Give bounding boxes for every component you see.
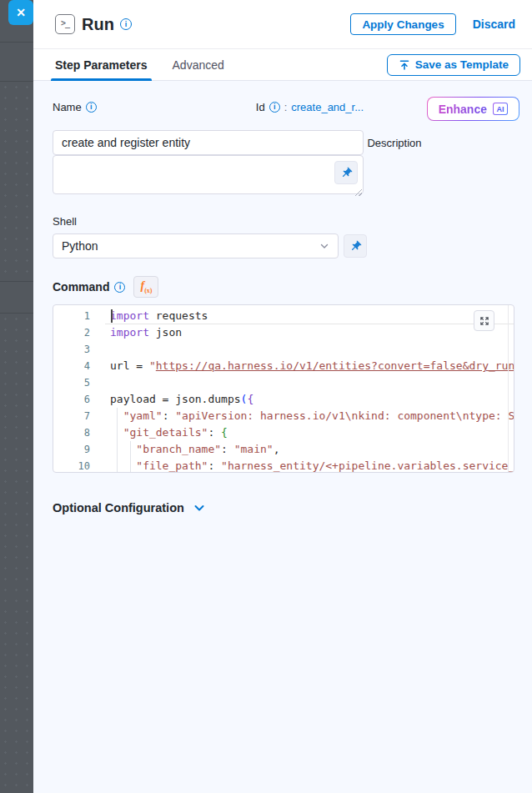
- drawer-header: >_ Run i Apply Changes Discard: [33, 0, 532, 49]
- line-number: 2: [53, 324, 105, 341]
- expression-fx-button[interactable]: f(x): [133, 276, 158, 298]
- discard-button[interactable]: Discard: [473, 18, 515, 31]
- tab-bar: Step Parameters Advanced Save as Templat…: [33, 49, 532, 81]
- canvas-dot-grid: [0, 314, 33, 793]
- chevron-down-icon: [193, 501, 206, 514]
- line-number: 3: [53, 341, 105, 358]
- code-line[interactable]: url = "https://qa.harness.io/v1/entities…: [105, 358, 514, 374]
- indent-guide: [130, 441, 131, 473]
- code-line[interactable]: [105, 341, 514, 358]
- expand-editor-button[interactable]: [474, 310, 494, 331]
- name-label-group: Name i: [53, 101, 97, 113]
- editor-scrollbar[interactable]: [508, 305, 509, 472]
- expand-icon: [479, 315, 490, 327]
- fx-icon: f(x): [140, 280, 152, 294]
- tab-step-parameters[interactable]: Step Parameters: [55, 49, 148, 81]
- line-number: 9: [53, 441, 105, 458]
- shell-label: Shell: [53, 215, 77, 228]
- code-line[interactable]: "yaml": "apiVersion: harness.io/v1\nkind…: [105, 408, 514, 424]
- step-parameters-panel: Enhance AI Name i Id i : create_and_r...…: [33, 81, 532, 793]
- canvas-divider: [0, 42, 33, 43]
- pin-runtime-input-button[interactable]: [344, 234, 367, 258]
- canvas-divider: [0, 281, 33, 282]
- name-id-row: Name i Id i : create_and_r...: [53, 101, 364, 113]
- command-code-editor[interactable]: 12345678910 import requestsimport jsonur…: [53, 304, 514, 473]
- info-icon[interactable]: i: [120, 18, 132, 30]
- name-input[interactable]: [53, 130, 364, 155]
- enhance-ai-button[interactable]: Enhance AI: [427, 97, 519, 121]
- canvas-dot-grid: [0, 82, 33, 281]
- step-config-screen: ✕ >_ Run i Apply Changes Discard Step Pa…: [0, 0, 532, 793]
- apply-changes-button[interactable]: Apply Changes: [350, 13, 455, 35]
- upload-template-icon: [399, 59, 410, 71]
- run-step-icon: >_: [55, 14, 75, 34]
- name-label: Name: [53, 101, 82, 113]
- line-number: 6: [53, 391, 105, 408]
- info-icon[interactable]: i: [86, 102, 97, 113]
- description-label: Description: [367, 137, 421, 149]
- save-as-template-button[interactable]: Save as Template: [387, 54, 520, 76]
- id-value[interactable]: create_and_r...: [291, 101, 364, 113]
- pushpin-icon: [346, 237, 364, 254]
- code-line[interactable]: "branch_name": "main",: [105, 441, 514, 458]
- ai-badge: AI: [493, 103, 508, 115]
- id-label: Id: [256, 101, 265, 113]
- line-number: 10: [53, 458, 105, 473]
- code-line[interactable]: import requests: [105, 308, 514, 324]
- line-number: 8: [53, 424, 105, 441]
- step-config-drawer: >_ Run i Apply Changes Discard Step Para…: [33, 0, 532, 793]
- editor-gutter: 12345678910: [53, 305, 105, 472]
- shell-selected-value: Python: [62, 239, 98, 253]
- code-line[interactable]: payload = json.dumps({: [105, 391, 514, 408]
- info-icon[interactable]: i: [269, 102, 280, 113]
- chevron-down-icon: [319, 241, 329, 251]
- code-line[interactable]: [105, 374, 514, 391]
- page-title: Run: [82, 15, 114, 34]
- code-lines[interactable]: import requestsimport jsonurl = "https:/…: [105, 305, 514, 472]
- description-input[interactable]: [53, 155, 364, 194]
- code-line[interactable]: "git_details": {: [105, 424, 514, 441]
- command-row: Command i f(x): [53, 276, 514, 298]
- line-number: 4: [53, 358, 105, 374]
- pipeline-canvas-strip: [0, 0, 33, 793]
- code-line[interactable]: import json: [105, 324, 514, 341]
- pin-runtime-input-button[interactable]: [334, 161, 358, 184]
- info-icon[interactable]: i: [114, 282, 125, 293]
- step-id: Id i : create_and_r...: [256, 101, 364, 113]
- optional-configuration-toggle[interactable]: Optional Configuration: [53, 501, 206, 514]
- shell-select[interactable]: Python: [53, 233, 339, 258]
- code-line[interactable]: "file_path": "harness_entity/<+pipeline.…: [105, 458, 514, 472]
- close-drawer-button[interactable]: ✕: [8, 0, 33, 25]
- close-icon: ✕: [16, 7, 26, 18]
- line-number: 7: [53, 408, 105, 424]
- indent-guide: [117, 408, 118, 473]
- pushpin-icon: [337, 163, 354, 181]
- shell-row: Python: [53, 233, 514, 258]
- command-label: Command: [53, 280, 109, 294]
- tab-advanced[interactable]: Advanced: [173, 49, 224, 81]
- description-field-wrap: [53, 155, 364, 198]
- command-label-group: Command i: [53, 280, 125, 294]
- line-number: 5: [53, 374, 105, 391]
- line-number: 1: [53, 308, 105, 324]
- text-cursor: [111, 309, 113, 323]
